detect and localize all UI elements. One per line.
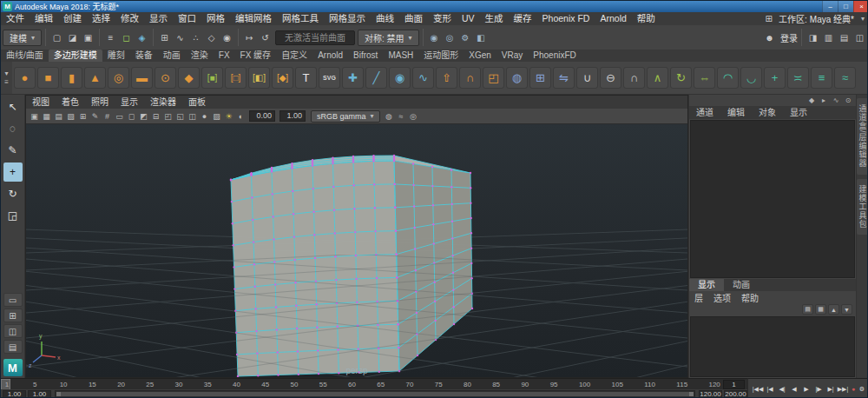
animation-start-field[interactable]: 1.00 (3, 390, 26, 398)
menu-item[interactable]: 网格工具 (277, 12, 324, 25)
auto-key-icon[interactable]: ● (849, 380, 858, 398)
timeline-tick[interactable]: 5 (31, 381, 38, 388)
sidebar-attr-editor-icon[interactable]: ◨ (806, 30, 820, 45)
animation-end-field[interactable]: 200.00 (724, 390, 747, 398)
menu-item[interactable]: UV (457, 12, 480, 25)
step-fwd-frame-icon[interactable]: |▶ (812, 380, 825, 398)
menu-item[interactable]: 文件 (1, 12, 30, 25)
viewport-menu-item[interactable]: 显示 (115, 96, 144, 109)
ipr-render-icon[interactable]: ◎ (443, 30, 457, 45)
timeline-tick[interactable]: 80 (464, 381, 471, 388)
crease-icon[interactable]: ∧ (647, 67, 668, 89)
snap-grid-icon[interactable]: ⊞ (157, 30, 172, 45)
safe-action-icon[interactable]: ◰ (162, 110, 174, 123)
sidebar-vertical-tab[interactable]: 通道盒/层编辑器 (857, 98, 868, 175)
screen-ao-icon[interactable]: ◍ (384, 110, 395, 123)
sculpt-smooth-icon[interactable]: ◡ (740, 67, 762, 89)
field-chart-icon[interactable]: ⊟ (150, 110, 161, 123)
lasso-tool-icon[interactable]: ◌ (3, 119, 23, 138)
poly-platonic-icon[interactable]: ◆ (178, 67, 200, 89)
shelf-tab[interactable]: 自定义 (276, 50, 312, 62)
playback-end-field[interactable]: 120.00 (699, 390, 722, 398)
select-component-icon[interactable]: ◈ (135, 30, 149, 45)
viewport-menu-item[interactable]: 面板 (182, 96, 212, 109)
channel-box-menu-item[interactable]: 显示 (783, 106, 814, 119)
shelf-tab[interactable]: XGen (464, 50, 496, 62)
poly-torus-icon[interactable]: ◎ (108, 67, 129, 89)
construction-history-icon[interactable]: ↺ (258, 30, 273, 45)
select-object-icon[interactable]: ◻ (119, 30, 134, 45)
gamma-field[interactable]: 1.00 (279, 110, 306, 122)
sidebar-vertical-tab[interactable]: 建模工具包 (857, 179, 868, 235)
shelf-tab[interactable]: FX (214, 50, 235, 62)
menu-item[interactable]: 创建 (58, 12, 87, 25)
timeline-tick[interactable]: 100 (579, 381, 590, 388)
layout-single-icon[interactable]: ▭ (3, 293, 23, 307)
timeline-tick[interactable]: 1 (3, 381, 10, 388)
layout-split-icon[interactable]: ◫ (3, 324, 23, 338)
scale-tool-icon[interactable]: ◲ (3, 206, 23, 225)
channel-manip-icon[interactable]: ◆ (806, 96, 817, 105)
timeline-tick[interactable]: 50 (291, 381, 299, 388)
sidebar-modeling-toolkit-icon[interactable]: ◫ (852, 30, 867, 45)
layer-menu-item[interactable]: 选项 (708, 291, 736, 304)
timeline-tick[interactable]: 75 (435, 381, 443, 388)
select-tool-icon[interactable]: ↖ (3, 97, 23, 116)
isolate-select-icon[interactable]: ◎ (408, 110, 419, 123)
shadows-toggle-icon[interactable]: ◐ (235, 110, 247, 123)
time-slider[interactable]: 1510152025303540455055606570758085909510… (1, 378, 868, 389)
timeline-tick[interactable]: 30 (175, 381, 183, 388)
select-hierarchy-icon[interactable]: ≡ (103, 30, 118, 45)
playback-start-field[interactable]: 1.00 (28, 390, 51, 398)
bookmark-icon[interactable]: ▤ (53, 110, 64, 123)
menu-item[interactable]: 曲线 (371, 12, 399, 25)
timeline-tick[interactable]: 10 (60, 381, 68, 388)
open-scene-icon[interactable]: ◪ (65, 30, 80, 45)
menu-item[interactable]: 生成 (480, 12, 509, 25)
timeline-tick[interactable]: 90 (521, 381, 529, 388)
bridge-icon[interactable]: ∩ (459, 67, 481, 89)
hypershade-icon[interactable]: ◧ (474, 30, 489, 45)
timeline-tick[interactable]: 35 (204, 381, 212, 388)
menu-item[interactable]: Phoenix FD (537, 12, 595, 25)
subdivide-icon[interactable]: ⊞ (529, 67, 551, 89)
shelf-tab[interactable]: 多边形建模 (49, 50, 102, 62)
snap-plane-icon[interactable]: ◇ (204, 30, 219, 45)
layer-list[interactable] (690, 316, 855, 377)
symmetrize-icon[interactable]: ⇔ (694, 67, 715, 89)
timeline-tick[interactable]: 65 (377, 381, 385, 388)
menu-item[interactable]: 帮助 (632, 12, 661, 25)
layer-new-empty-icon[interactable]: ▤ (802, 304, 813, 315)
wireframe-mode-icon[interactable]: ◫ (187, 110, 198, 123)
layout-outliner-icon[interactable]: ▤ (3, 340, 23, 354)
layer-move-up-icon[interactable]: ▲ (828, 304, 839, 315)
timeline-tick[interactable]: 25 (146, 381, 154, 388)
pan-zoom-2d-icon[interactable]: ⊞ (77, 110, 89, 123)
active-surface-field[interactable]: 无激活当前曲面 (275, 30, 355, 45)
boolean-difference-icon[interactable]: ⊖ (600, 67, 621, 89)
image-plane-icon[interactable]: ▧ (65, 110, 76, 123)
shelf-tab[interactable]: MASH (383, 50, 418, 62)
combine-icon[interactable]: [■] (201, 67, 223, 89)
menu-item[interactable]: 窗口 (173, 12, 201, 25)
menu-item[interactable]: 显示 (144, 12, 173, 25)
shelf-menu-icon[interactable]: ≡ (4, 79, 9, 86)
layout-four-pane-icon[interactable]: ⊞ (3, 308, 23, 322)
range-slider-track[interactable] (55, 390, 695, 398)
poly-disc-icon[interactable]: ⊙ (155, 67, 176, 89)
timeline-tick[interactable]: 20 (117, 381, 125, 388)
target-weld-icon[interactable]: ◉ (389, 67, 411, 89)
menu-item[interactable]: 网格显示 (324, 12, 371, 25)
render-settings-icon[interactable]: ⚙ (458, 30, 473, 45)
shelf-tab[interactable]: VRay (496, 50, 528, 62)
menu-item[interactable]: 编辑网格 (230, 12, 277, 25)
sculpt-brush-icon[interactable]: ◠ (717, 67, 739, 89)
grid-toggle-icon[interactable]: # (102, 110, 113, 123)
shelf-tab[interactable]: 动画 (158, 50, 186, 62)
sidebar-tool-settings-icon[interactable]: ▥ (821, 30, 836, 45)
timeline-tick[interactable]: 55 (319, 381, 327, 388)
shelf-tab[interactable]: 曲线/曲面 (1, 50, 49, 62)
layer-move-down-icon[interactable]: ▼ (841, 304, 852, 315)
connect-icon[interactable]: ∿ (412, 67, 434, 89)
channel-box-menu-item[interactable]: 编辑 (720, 106, 752, 119)
